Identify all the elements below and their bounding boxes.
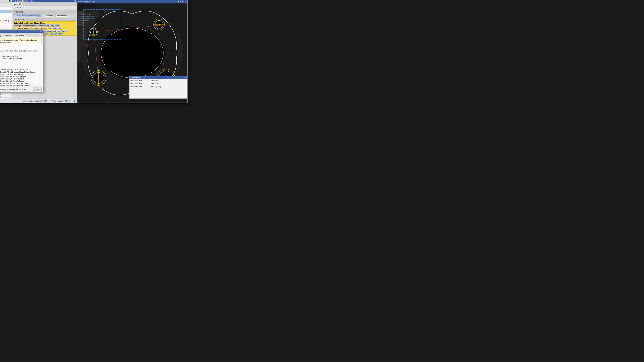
props-row-9: inIgnoreBoundaryO... False	[0, 93, 12, 95]
props-row-10: inMinScore 0.700	[0, 95, 12, 98]
legend-text-7: 0.003 ms 0.07%: (7) PointToPointDistance	[0, 84, 30, 86]
prog-zoom-in-btn[interactable]: +	[19, 6, 22, 9]
stats-bar-area: 3.190 ms 55.30%: (0) EnumerateImages 1.0…	[0, 68, 42, 87]
out-image-node[interactable]: outImage	[45, 14, 54, 17]
output-label-1: outDistance	[131, 82, 151, 85]
hmi-inputs-label: HMI Inputs: 0.0 ms	[2, 55, 19, 57]
tree-item-objectmatch[interactable]: 📌 Object Match	[0, 13, 12, 16]
status-info-btn[interactable]: ℹ	[74, 100, 75, 102]
props-cell-value-10[interactable]: 0.700	[0, 95, 8, 98]
output-value-1: 288.119	[151, 82, 158, 85]
process-section-label: PROCESS	[13, 18, 76, 21]
img-fit-btn[interactable]: ⊞	[182, 0, 184, 3]
enumerate-images-label: 0. EnumerateImages: Sorted	[14, 15, 37, 17]
stats-min-btn[interactable]: −	[36, 30, 37, 33]
out-object-score2-output: outObject Score?	[49, 33, 64, 35]
img-zoom-out-btn[interactable]: −	[180, 0, 181, 3]
image-viewer-header: outImage (+16) + − ⊞ ✕	[77, 0, 187, 4]
iterations-count: Number of Iterations: 384	[0, 63, 42, 64]
legend-item-1: 1.086 ms 22.74%: (1) LocateSingleObject_…	[0, 71, 42, 73]
prog-editor-close[interactable]: ✕	[74, 0, 76, 2]
stats-title-buttons: − □ ✕	[36, 30, 42, 33]
project-toolbar: + ✕ 🔍	[0, 3, 12, 7]
avg-iter-row: Average Iteration: 4.19 ms HMI Outputs: …	[0, 58, 42, 60]
legend-item-4: 0.051 ms 1.88%: (4) FalseToEdges	[0, 78, 42, 80]
enumerate-images-badge: ●	[37, 15, 39, 17]
legend-item-5: 0.047 ms 1.85%: (5) FalseToEdges	[0, 80, 42, 82]
status-bar: Paused Main(10) Iterations per second: 9…	[0, 99, 76, 103]
output-close-btn[interactable]: ✕	[184, 77, 186, 79]
stats-close-btn[interactable]: ✕	[40, 30, 42, 33]
svg-text:outArc: outArc	[78, 22, 83, 23]
stats-ok-button[interactable]: OK	[33, 88, 42, 91]
output-value-0: 301.551	[151, 79, 158, 82]
prog-editor-header: Program Editor - Test ✕	[12, 0, 77, 3]
svg-text:outEdge-00-1(r34): outEdge-00-1(r34)	[78, 14, 91, 15]
image-viewer-title: outImage (+16)	[78, 0, 94, 3]
legend-text-6: 0.004 ms 0.07%: (6) PointToPointDistance	[0, 82, 30, 84]
props-cell-region-9	[8, 93, 12, 95]
props-cell-region-10	[8, 95, 12, 98]
project-explorer-header: Project Explorer ✕	[0, 0, 12, 3]
prog-zoom-out-btn[interactable]: −	[22, 6, 25, 9]
final-row: Finalization Time: 0.0 ms	[0, 60, 42, 62]
auto-show-checkbox-container: Show this window automatically after pro…	[0, 88, 28, 90]
dag-pyramid-input: dagMatchPyramid[]	[14, 27, 31, 29]
svg-text:outArc: outArc	[78, 24, 83, 25]
project-explorer-close[interactable]: ✕	[9, 0, 11, 2]
output-rows: outDistance 301.551 outDistance 288.119 …	[130, 79, 187, 88]
img-zoom-in-btn[interactable]: +	[178, 0, 179, 3]
time-note: Native Filters: 46.8%, Data Transfers: 0…	[0, 50, 42, 52]
output-label-2: outFileName	[131, 85, 151, 88]
svg-text:outEdge-Segments (15): outEdge-Segments (15)	[78, 16, 94, 17]
output-label-0: outDistance	[131, 79, 151, 82]
stats-body: ⚠ This program is executed in diagnostic…	[0, 37, 43, 87]
stats-dialog-title: Program Statistics − □ ✕	[0, 30, 43, 33]
enumerate-images-node[interactable]: 0. EnumerateImages: Sorted ●	[13, 14, 41, 17]
init-time-row: Initialization Time: 0.0 ms HMI Inputs: …	[0, 55, 42, 57]
tree-item-example[interactable]: 📄 Example description (HTML)	[0, 19, 12, 22]
prog-add-node-btn[interactable]: +	[13, 6, 16, 9]
means-section-title: This means:	[0, 53, 42, 55]
project-tree: ▼ 📁 gasket_inspection ▶ Main 📌 Object Ma…	[0, 7, 12, 23]
tree-item-main[interactable]: ▶ Main	[0, 10, 12, 13]
prog-del-node-btn[interactable]: ✕	[16, 6, 19, 9]
in-image-input: inImage	[14, 24, 22, 27]
program-section-title: Program:	[0, 45, 42, 48]
legend-text-1: 1.086 ms 22.74%: (1) LocateSingleObject_…	[0, 71, 35, 73]
output-panel: outDistance (+2) ✕ outDistance 301.551 o…	[129, 76, 187, 99]
time-elapsed: Time elapsed: 2.87 s	[52, 100, 70, 102]
stats-tab-licensing[interactable]: Licensing	[0, 34, 3, 37]
acquire-arrow: →	[42, 15, 44, 17]
prog-toolbar: + ✕ + −	[12, 6, 77, 10]
legend-item-6: 0.004 ms 0.07%: (6) PointToPointDistance	[0, 82, 42, 84]
stats-max-btn[interactable]: □	[38, 30, 39, 33]
tree-item-attachments[interactable]: 📎 Attachments	[0, 16, 12, 19]
dag-flatten-input: dagMatchPyramid[]	[31, 27, 48, 29]
in-search-alignment-input: inSearchRegionAlignment*	[38, 24, 60, 27]
tree-example-label: Example description (HTML)	[0, 19, 9, 22]
legend-text-0: 3.190 ms 55.30%: (0) EnumerateImages	[0, 69, 28, 70]
out-align-search-input: outAlignedSearchRegion	[46, 30, 67, 32]
stats-warning: ⚠ This program is executed in diagnostic…	[0, 38, 42, 44]
svg-text:outObject-Match: outObject-Match	[78, 20, 89, 21]
out-filename-node[interactable]: outFileName	[55, 14, 68, 17]
legend-text-3: 0.157 ms 2.84%: (3) FitCircleToEdges	[0, 75, 26, 77]
props-cell-value-9[interactable]: False	[0, 93, 8, 95]
stats-tab-structure[interactable]: Structure	[14, 34, 26, 37]
img-close-btn[interactable]: ✕	[184, 0, 186, 3]
output-panel-header: outDistance (+2) ✕	[130, 76, 187, 79]
hmi-outputs-label: HMI Outputs: 0.0 ms	[3, 58, 22, 60]
tree-item-gasket[interactable]: ▼ 📁 gasket_inspection	[0, 7, 12, 10]
image-viewer-controls: + − ⊞ ✕	[178, 0, 186, 3]
prog-tab-main[interactable]: Main 20	[12, 3, 23, 6]
legend-item-7: 0.003 ms 0.07%: (7) PointToPointDistance	[0, 84, 42, 86]
avg-break-title: Average Iteration Break:	[0, 65, 42, 67]
svg-text:inArc: inArc	[78, 12, 82, 13]
in-search-region-input: inSearchRegion*	[22, 24, 37, 27]
iterations-per-sec: Iterations per second: 98.95	[22, 100, 47, 102]
locate-single-title: 1. LocateSingleObject_Edges: Single	[14, 22, 75, 24]
stats-footer: Show this window automatically after pro…	[0, 87, 43, 92]
acquire-row: 0. EnumerateImages: Sorted ● → outImage …	[13, 14, 76, 17]
stats-tab-modules[interactable]: Modules	[3, 34, 14, 37]
